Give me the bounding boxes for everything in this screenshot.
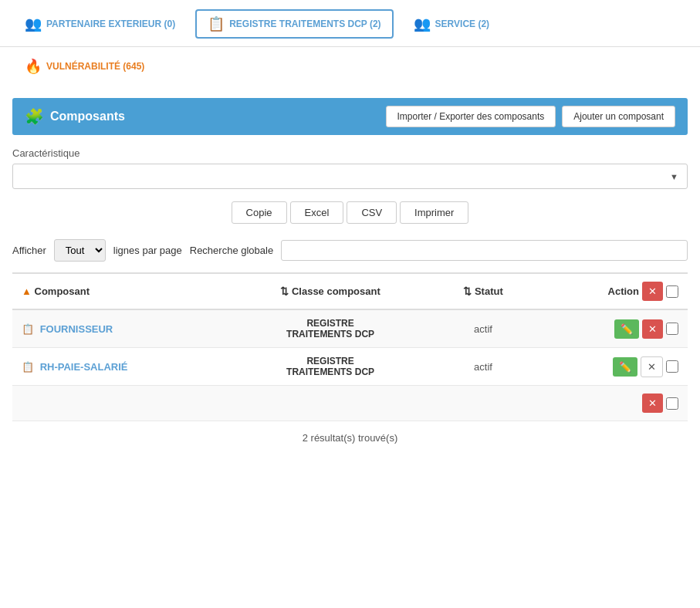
- composants-table-container: ▲ Composant ⇅ Classe composant ⇅ Statut …: [12, 272, 688, 421]
- empty-action-cell: ✕: [533, 386, 688, 421]
- add-composant-button[interactable]: Ajouter un composant: [562, 106, 675, 127]
- sort-icon-statut: ⇅: [463, 285, 472, 297]
- row1-checkbox[interactable]: [666, 323, 678, 335]
- caracteristique-field: Caractéristique: [12, 147, 688, 189]
- col-statut[interactable]: ⇅ Statut: [433, 273, 534, 309]
- print-button[interactable]: Imprimer: [400, 201, 468, 224]
- caracteristique-label: Caractéristique: [12, 147, 688, 159]
- excel-button[interactable]: Excel: [290, 201, 344, 224]
- section-actions: Importer / Exporter des composants Ajout…: [386, 106, 676, 127]
- recherche-label: Recherche globale: [190, 245, 273, 256]
- row1-classe-cell: REGISTRETRAITEMENTS DCP: [228, 309, 432, 348]
- action-delete-all-button[interactable]: ✕: [642, 282, 663, 301]
- service-icon: 👥: [414, 15, 431, 32]
- row2-composant-cell: 📋 RH-PAIE-SALARIÉ: [12, 348, 228, 386]
- tab-registre-label: REGISTRE TRAITEMENTS DCP (2): [229, 19, 380, 29]
- row2-statut-cell: actif: [433, 348, 534, 386]
- col-classe-composant[interactable]: ⇅ Classe composant: [228, 273, 432, 309]
- sort-icon-classe: ⇅: [280, 285, 289, 297]
- row1-composant-icon: 📋: [22, 323, 34, 335]
- tab-vulnerability-label: VULNÉRABILITÉ (645): [46, 61, 144, 72]
- row2-edit-button[interactable]: ✏️: [613, 357, 637, 377]
- row2-action-cell: ✏️ ✕: [533, 348, 688, 386]
- col-classe-label: Classe composant: [292, 285, 380, 297]
- col-action-label: Action: [608, 285, 639, 297]
- empty-col1: [12, 386, 228, 421]
- caracteristique-select-wrapper: [12, 164, 688, 189]
- composants-table: ▲ Composant ⇅ Classe composant ⇅ Statut …: [12, 272, 688, 421]
- row1-statut-cell: actif: [433, 309, 534, 348]
- col-statut-label: Statut: [475, 285, 503, 297]
- tab-partenaire-exterieur[interactable]: 👥 PARTENAIRE EXTERIEUR (0): [12, 9, 188, 39]
- row1-composant-cell: 📋 FOURNISSEUR: [12, 309, 228, 348]
- row1-delete-button[interactable]: ✕: [642, 319, 663, 339]
- export-buttons-group: Copie Excel CSV Imprimer: [12, 201, 688, 224]
- afficher-select[interactable]: Tout 10 25 50 100: [54, 239, 106, 262]
- tab-partenaire-label: PARTENAIRE EXTERIEUR (0): [46, 19, 175, 29]
- recherche-input[interactable]: [281, 240, 688, 261]
- row1-composant-name: FOURNISSEUR: [40, 323, 113, 335]
- puzzle-icon: 🧩: [25, 107, 44, 126]
- row2-classe-cell: REGISTRETRAITEMENTS DCP: [228, 348, 432, 386]
- empty-delete-button[interactable]: ✕: [642, 394, 663, 413]
- afficher-label: Afficher: [12, 245, 46, 256]
- row1-action-cell: ✏️ ✕: [533, 309, 688, 348]
- tab-service-label: SERVICE (2): [435, 19, 489, 29]
- table-row: 📋 RH-PAIE-SALARIÉ REGISTRETRAITEMENTS DC…: [12, 348, 688, 386]
- filter-row: Afficher Tout 10 25 50 100 lignes par pa…: [12, 239, 688, 262]
- col-composant-label: Composant: [35, 285, 90, 297]
- caracteristique-select[interactable]: [12, 164, 688, 189]
- tab-service[interactable]: 👥 SERVICE (2): [401, 9, 502, 39]
- tab-registre-traitements[interactable]: 📋 REGISTRE TRAITEMENTS DCP (2): [195, 9, 393, 39]
- section-title-area: 🧩 Composants: [25, 107, 125, 126]
- csv-button[interactable]: CSV: [347, 201, 397, 224]
- row1-edit-button[interactable]: ✏️: [614, 319, 639, 339]
- col-composant[interactable]: ▲ Composant: [12, 273, 228, 309]
- table-row: 📋 FOURNISSEUR REGISTRETRAITEMENTS DCP ac…: [12, 309, 688, 348]
- partenaire-icon: 👥: [25, 15, 42, 32]
- row2-delete-button[interactable]: ✕: [641, 356, 663, 377]
- main-content: Caractéristique Copie Excel CSV Imprimer…: [0, 135, 700, 456]
- vulnerability-icon: 🔥: [25, 58, 42, 75]
- action-select-all-checkbox[interactable]: [666, 285, 678, 298]
- result-text: 2 résultat(s) trouvé(s): [12, 432, 688, 444]
- table-row-empty: ✕: [12, 386, 688, 421]
- lignes-label: lignes par page: [113, 245, 182, 256]
- registre-icon: 📋: [208, 15, 225, 32]
- section-title: Composants: [50, 110, 125, 123]
- empty-checkbox[interactable]: [666, 397, 678, 410]
- copy-button[interactable]: Copie: [232, 201, 287, 224]
- sort-icon-composant: ▲: [22, 285, 32, 297]
- row2-checkbox[interactable]: [666, 360, 678, 373]
- section-header: 🧩 Composants Importer / Exporter des com…: [12, 98, 688, 135]
- empty-col3: [433, 386, 534, 421]
- import-export-button[interactable]: Importer / Exporter des composants: [386, 106, 556, 127]
- row2-composant-name: RH-PAIE-SALARIÉ: [40, 361, 128, 373]
- col-action: Action ✕: [533, 273, 688, 309]
- tab-vulnerability[interactable]: 🔥 VULNÉRABILITÉ (645): [12, 52, 157, 81]
- row2-composant-icon: 📋: [22, 361, 34, 373]
- empty-col2: [228, 386, 432, 421]
